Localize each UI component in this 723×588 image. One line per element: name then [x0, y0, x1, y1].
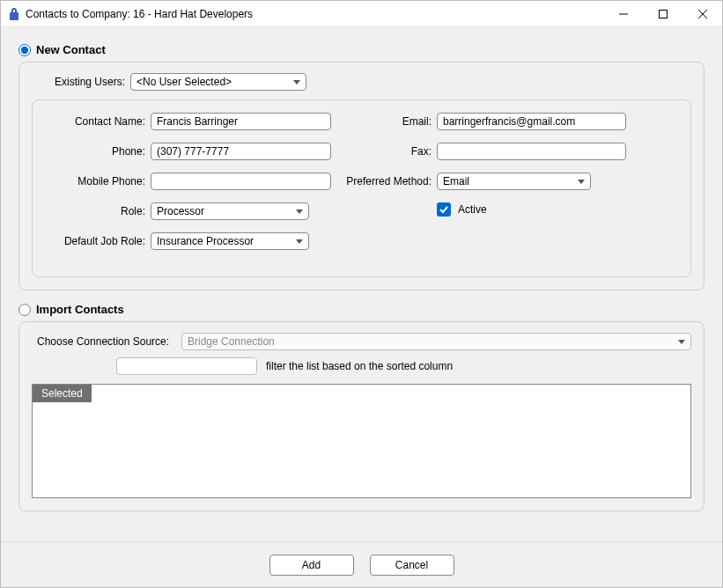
titlebar: Contacts to Company: 16 - Hard Hat Devel…: [1, 1, 722, 27]
add-button[interactable]: Add: [269, 555, 354, 576]
mode-new-contact[interactable]: New Contact: [18, 43, 705, 56]
existing-users-label: Existing Users:: [32, 76, 130, 88]
contact-fields-group: Contact Name: Phone: Mobile Phone:: [32, 99, 691, 277]
mode-import-contacts[interactable]: Import Contacts: [18, 303, 705, 316]
existing-users-select[interactable]: <No User Selected>: [130, 73, 306, 91]
active-label: Active: [458, 203, 487, 216]
preferred-method-label: Preferred Method:: [344, 175, 437, 187]
cancel-button[interactable]: Cancel: [370, 555, 454, 576]
connection-source-label: Choose Connection Source:: [32, 335, 181, 348]
preferred-method-select[interactable]: Email: [437, 173, 591, 190]
window-title: Contacts to Company: 16 - Hard Hat Devel…: [26, 8, 253, 20]
maximize-button[interactable]: [643, 1, 682, 27]
email-input[interactable]: [437, 113, 626, 130]
dialog-body: New Contact Existing Users: <No User Sel…: [1, 27, 722, 541]
fax-label: Fax:: [344, 145, 437, 158]
dialog-window: Contacts to Company: 16 - Hard Hat Devel…: [0, 0, 723, 588]
default-job-role-select[interactable]: Insurance Processor: [151, 232, 309, 250]
mobile-phone-label: Mobile Phone:: [45, 175, 151, 187]
minimize-button[interactable]: [603, 1, 643, 27]
default-job-role-label: Default Job Role:: [45, 235, 151, 247]
radio-new-contact-label: New Contact: [36, 43, 106, 56]
import-contacts-group: Choose Connection Source: Bridge Connect…: [18, 321, 705, 511]
fax-input[interactable]: [437, 143, 626, 160]
radio-import-contacts[interactable]: [18, 304, 31, 316]
radio-new-contact[interactable]: [18, 44, 31, 56]
contact-name-input[interactable]: [151, 113, 331, 130]
role-select[interactable]: Processor: [151, 202, 309, 220]
phone-label: Phone:: [45, 145, 151, 158]
contact-name-label: Contact Name:: [45, 115, 151, 128]
svg-rect-0: [659, 10, 667, 18]
import-grid[interactable]: Selected: [32, 384, 691, 498]
phone-input[interactable]: [151, 143, 331, 160]
filter-hint: filter the list based on the sorted colu…: [266, 360, 453, 372]
grid-column-selected[interactable]: Selected: [33, 385, 92, 402]
new-contact-group: Existing Users: <No User Selected> Conta…: [18, 62, 705, 290]
dialog-footer: Add Cancel: [1, 541, 722, 587]
radio-import-contacts-label: Import Contacts: [36, 303, 124, 316]
active-checkbox[interactable]: [437, 202, 451, 217]
close-button[interactable]: [682, 1, 722, 27]
email-label: Email:: [344, 115, 437, 128]
filter-input[interactable]: [116, 357, 257, 375]
connection-source-select[interactable]: Bridge Connection: [181, 333, 691, 350]
lock-icon: [8, 7, 20, 21]
role-label: Role:: [45, 205, 151, 217]
mobile-phone-input[interactable]: [151, 173, 331, 190]
